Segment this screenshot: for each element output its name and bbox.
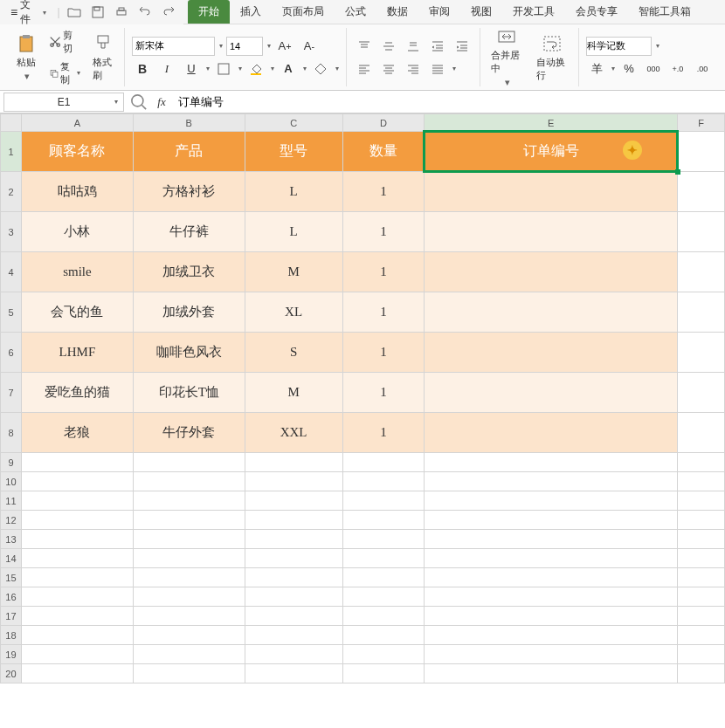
cell-A5[interactable]: 会飞的鱼: [21, 292, 133, 333]
cell-C18[interactable]: [245, 626, 342, 645]
insert-function-button[interactable]: fx: [150, 93, 173, 112]
cell-E7[interactable]: [425, 373, 678, 413]
chevron-down-icon[interactable]: ▾: [303, 65, 307, 72]
print-button[interactable]: [113, 3, 131, 22]
decrease-indent-button[interactable]: [427, 37, 448, 56]
cell-F19[interactable]: [678, 645, 725, 664]
cell-D2[interactable]: 1: [342, 172, 425, 212]
cell-F15[interactable]: [678, 568, 725, 587]
font-color-button[interactable]: A: [278, 59, 299, 79]
row-header-15[interactable]: 15: [1, 568, 22, 587]
cell-E19[interactable]: [425, 645, 678, 664]
cell-A19[interactable]: [21, 645, 133, 664]
align-middle-button[interactable]: [378, 37, 399, 56]
cell-E20[interactable]: [425, 664, 678, 683]
row-header-1[interactable]: 1: [1, 132, 22, 172]
align-bottom-button[interactable]: [403, 37, 424, 56]
cell-E10[interactable]: [425, 472, 678, 491]
cell-A10[interactable]: [21, 472, 133, 491]
cell-B2[interactable]: 方格衬衫: [133, 172, 245, 212]
cell-B18[interactable]: [133, 626, 245, 645]
tab-page-layout[interactable]: 页面布局: [272, 0, 335, 24]
cell-A2[interactable]: 咕咕鸡: [21, 172, 133, 212]
align-top-button[interactable]: [354, 37, 375, 56]
cell-D4[interactable]: 1: [342, 252, 425, 292]
cell-E3[interactable]: [425, 212, 678, 252]
formula-input[interactable]: [173, 93, 725, 112]
tab-data[interactable]: 数据: [376, 0, 418, 24]
cell-D19[interactable]: [342, 645, 425, 664]
cell-C13[interactable]: [245, 530, 342, 549]
cell-F11[interactable]: [678, 491, 725, 511]
cell-E13[interactable]: [425, 530, 678, 549]
cell-F18[interactable]: [678, 626, 725, 645]
tab-view[interactable]: 视图: [460, 0, 502, 24]
open-folder-button[interactable]: [66, 3, 84, 22]
underline-button[interactable]: U: [181, 59, 202, 79]
cell-B11[interactable]: [133, 491, 245, 511]
column-header-D[interactable]: D: [342, 114, 425, 132]
column-header-B[interactable]: B: [133, 114, 245, 132]
chevron-down-icon[interactable]: ▾: [452, 65, 456, 72]
chevron-down-icon[interactable]: ▾: [656, 42, 659, 50]
merge-center-button[interactable]: 合并居中 ▾: [487, 24, 526, 90]
header-cell-E1[interactable]: 订单编号 ✦: [425, 132, 678, 172]
percent-button[interactable]: %: [618, 59, 639, 79]
cell-D16[interactable]: [342, 587, 425, 607]
cell-C15[interactable]: [245, 568, 342, 587]
cell-B14[interactable]: [133, 549, 245, 568]
cell-E2[interactable]: [425, 172, 678, 212]
column-header-C[interactable]: C: [245, 114, 342, 132]
cell-C12[interactable]: [245, 511, 342, 530]
row-header-13[interactable]: 13: [1, 530, 22, 549]
fill-color-button[interactable]: [245, 59, 266, 79]
cell-C4[interactable]: M: [245, 252, 342, 292]
cell-F6[interactable]: [678, 333, 725, 373]
cell-B16[interactable]: [133, 587, 245, 607]
align-right-button[interactable]: [403, 59, 424, 79]
bold-button[interactable]: B: [132, 59, 153, 79]
italic-button[interactable]: I: [156, 59, 177, 79]
cell-F12[interactable]: [678, 511, 725, 530]
name-box[interactable]: E1 ▾: [3, 93, 124, 112]
cell-E16[interactable]: [425, 587, 678, 607]
cell-C3[interactable]: L: [245, 212, 342, 252]
column-header-A[interactable]: A: [21, 114, 133, 132]
cell-B9[interactable]: [133, 453, 245, 472]
cell-A15[interactable]: [21, 568, 133, 587]
cell-C14[interactable]: [245, 549, 342, 568]
tab-member[interactable]: 会员专享: [565, 0, 628, 24]
cell-F3[interactable]: [678, 212, 725, 252]
cell-B17[interactable]: [133, 607, 245, 626]
cell-D9[interactable]: [342, 453, 425, 472]
file-menu-button[interactable]: ≡ 文件 ▾: [5, 0, 52, 29]
cell-D14[interactable]: [342, 549, 425, 568]
spreadsheet-grid[interactable]: A B C D E F 1 顾客名称 产品 型号 数量 订单编号 ✦ 2 咕咕鸡…: [0, 113, 725, 683]
cell-B19[interactable]: [133, 645, 245, 664]
fill-handle[interactable]: [675, 169, 680, 175]
header-cell-C1[interactable]: 型号: [245, 132, 342, 172]
decrease-decimal-button[interactable]: .00: [692, 59, 713, 79]
cell-F8[interactable]: [678, 413, 725, 453]
tab-insert[interactable]: 插入: [230, 0, 272, 24]
cell-B8[interactable]: 牛仔外套: [133, 413, 245, 453]
cell-D3[interactable]: 1: [342, 212, 425, 252]
cell-B20[interactable]: [133, 664, 245, 683]
cell-C19[interactable]: [245, 645, 342, 664]
row-header-5[interactable]: 5: [1, 292, 22, 333]
currency-button[interactable]: 羊: [586, 59, 607, 79]
cell-D7[interactable]: 1: [342, 373, 425, 413]
cell-D18[interactable]: [342, 626, 425, 645]
spreadsheet-area[interactable]: A B C D E F 1 顾客名称 产品 型号 数量 订单编号 ✦ 2 咕咕鸡…: [0, 113, 725, 683]
row-header-8[interactable]: 8: [1, 413, 22, 453]
cell-C17[interactable]: [245, 607, 342, 626]
cell-C10[interactable]: [245, 472, 342, 491]
align-left-button[interactable]: [354, 59, 375, 79]
row-header-4[interactable]: 4: [1, 252, 22, 292]
cell-F14[interactable]: [678, 549, 725, 568]
cell-E11[interactable]: [425, 491, 678, 511]
cell-D10[interactable]: [342, 472, 425, 491]
row-header-14[interactable]: 14: [1, 549, 22, 568]
cell-A9[interactable]: [21, 453, 133, 472]
align-center-button[interactable]: [378, 59, 399, 79]
